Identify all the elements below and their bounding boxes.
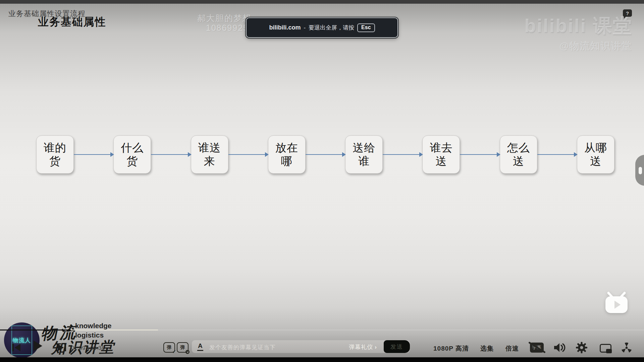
speaker-icon [553,343,566,353]
flow-arrow [383,154,422,155]
side-panel-handle[interactable] [635,155,644,186]
radiation-icon [621,342,633,354]
uploader-watermark: 郝大胆的梦想 10869925 [197,13,252,33]
time-display: 01:09 / 09:38 [71,345,105,351]
flow-arrow [306,154,345,155]
prev-icon [12,344,14,351]
quality-button[interactable]: 1080P 高清 [433,344,469,353]
danmaku-font-style-icon[interactable]: A [197,342,203,351]
flow-node-line1: 从哪 [584,141,607,155]
toast-message: 要退出全屏，请按 [309,24,354,32]
flow-node-line2: 送 [435,155,447,168]
esc-key-badge: Esc [357,23,375,32]
flow-node-line2: 哪 [281,155,292,168]
volume-button[interactable] [553,343,566,353]
uploader-watermark-name: 郝大胆的梦想 [197,13,252,23]
next-track-button[interactable] [58,344,66,351]
handle-slot [639,167,642,174]
subtitle-slash [528,342,546,353]
flow-arrow [537,154,577,155]
channel-avatar: 物流人 [4,322,40,358]
flow-node-line2: 货 [126,155,138,168]
danmaku-etiquette-link[interactable]: 弹幕礼仪› [349,343,377,351]
toast-dash: - [304,24,306,31]
flow-node: 谁的货 [36,135,74,174]
slide-background [0,4,644,357]
settings-button[interactable] [576,342,588,354]
seek-bar-played [0,329,71,330]
flow-node-line1: 谁的 [44,141,66,155]
flow-node-line2: 送 [590,155,601,168]
flow-node-line1: 什么 [121,141,144,155]
flow-node-line2: 送 [513,155,524,168]
flow-node-line1: 谁去 [430,141,452,155]
danmaku-input-placeholder[interactable]: 发个友善的弹幕见证当下 [209,344,276,351]
gear-icon [576,342,588,354]
danmaku-gear-icon [185,350,190,354]
channel-handle-watermark: @物流知识讲堂 [559,40,632,53]
flow-node: 送给谁 [345,135,383,174]
slide-title: 业务基础属性 [38,15,106,29]
help-bubble-icon[interactable]: ? [623,9,632,17]
uploader-watermark-uid: 10869925 [197,23,252,33]
bilibili-classroom-watermark: bilibili 课堂 [525,13,633,39]
process-flowchart: 谁的货什么货谁送来放在哪送给谁谁去送怎么送从哪送 [36,135,614,174]
danmaku-input-bar[interactable]: A 发个友善的弹幕见证当下 弹幕礼仪› 发送 [192,340,410,353]
video-player-fullscreen: 业务基础属性设置流程 业务基础属性 郝大胆的梦想 10869925 bilibi… [0,0,644,362]
channel-watermark-en1: knowledge [75,322,112,330]
fullscreen-exit-toast: bilibili.com - 要退出全屏，请按 Esc [246,17,398,38]
mini-tv-float-button[interactable] [604,292,629,316]
flow-node-line1: 放在 [275,141,298,155]
bilibili-tv-icon [604,292,629,316]
flow-arrow [74,154,113,155]
flow-node: 什么货 [113,135,151,174]
flow-node: 放在哪 [268,135,306,174]
avatar-text: 物流人 [13,337,31,344]
episodes-button[interactable]: 选集 [480,344,494,353]
top-letterbox [0,0,644,4]
flow-node-line2: 来 [204,155,215,168]
next-icon [58,344,64,351]
watch-together-button[interactable] [621,342,633,354]
play-button[interactable] [34,341,42,351]
flow-arrow [151,154,191,155]
pip-button[interactable] [600,344,612,353]
help-label: ? [626,10,629,16]
flow-node-line1: 怎么 [507,141,530,155]
flow-arrow [228,154,268,155]
flow-node: 谁去送 [422,135,460,174]
flow-node-line1: 谁送 [198,141,221,155]
bottom-letterbox [0,357,644,362]
chevron-right-icon: › [375,344,377,350]
play-icon [34,341,42,351]
flow-arrow [460,154,499,155]
danmaku-toggle-icon[interactable]: 弹 ✓ [163,342,175,353]
flow-node: 从哪送 [577,135,614,174]
flow-node-line2: 货 [49,155,61,168]
danmaku-send-button[interactable]: 发送 [384,340,410,353]
danmaku-check-icon: ✓ [172,349,176,354]
flow-node-line2: 谁 [358,155,370,168]
subtitle-off-icon[interactable]: 字幕 [530,343,544,353]
flow-node: 谁送来 [191,135,228,174]
flow-node-line1: 送给 [353,141,375,155]
previous-track-button[interactable] [12,344,21,351]
toast-domain: bilibili.com [269,24,301,31]
danmaku-settings-icon[interactable]: 弹 [177,342,189,353]
speed-button[interactable]: 倍速 [505,344,519,353]
flow-node: 怎么送 [500,135,537,174]
